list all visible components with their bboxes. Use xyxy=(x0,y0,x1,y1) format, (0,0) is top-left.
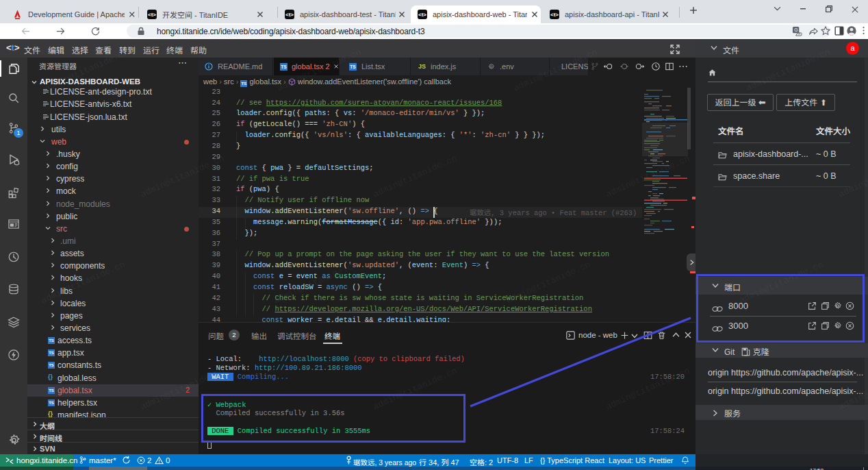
svg-text:G: G xyxy=(794,27,797,32)
